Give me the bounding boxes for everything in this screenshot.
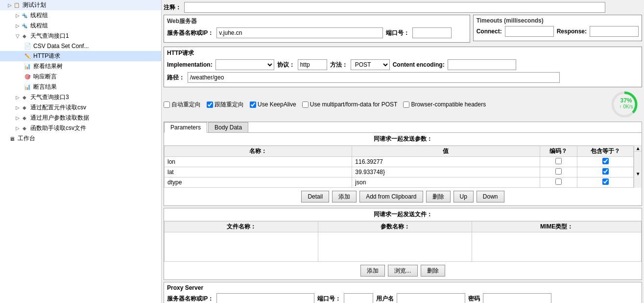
proxy-username-label: 用户名 [376,295,394,303]
scroll-up[interactable]: ▲ [634,146,642,152]
sidebar-item-http-request[interactable]: ✏️ HTTP请求 [0,51,161,61]
sidebar-item-label: 通过配置元件读取csv [30,103,86,112]
follow-redirect-label[interactable]: 跟随重定向 [207,101,244,109]
multipart-checkbox[interactable] [302,101,309,108]
param-encode-cell[interactable] [540,157,577,167]
param-encode-cell[interactable] [540,177,577,188]
port-input[interactable] [412,27,452,38]
file-section: 同请求一起发送文件： 文件名称： 参数名称： MIME类型： [164,208,642,280]
response-input[interactable] [590,26,639,37]
params-body: 同请求一起发送参数： 名称： 值 编码？ 包含等于？ [164,133,642,205]
encoding-input[interactable] [448,59,516,70]
browser-headers-checkbox[interactable] [403,101,409,108]
file-browse-button[interactable]: 浏览... [388,265,417,277]
keepalive-checkbox[interactable] [250,101,256,108]
sidebar-item-label: 线程组 [30,11,48,20]
browser-headers-label[interactable]: Browser-compatible headers [403,101,486,108]
sidebar-item-thread-group-2[interactable]: ▷ 🔩 线程组 [0,21,161,31]
timeouts-section: Timeouts (milliseconds) Connect: Respons… [473,15,642,41]
table-row[interactable]: lat 39.933748} [165,167,634,177]
include-checkbox[interactable] [602,178,609,185]
method-label: 方法： [330,61,348,69]
params-scrollbar[interactable]: ▲ ▼ [634,146,642,188]
encode-checkbox[interactable] [555,168,562,175]
file-param-cell [318,232,472,262]
params-section: Parameters Body Data 同请求一起发送参数： 名称： 值 编码… [164,122,642,206]
protocol-label: 协议： [277,61,295,69]
method-select[interactable]: POST GET [351,59,390,70]
keepalive-label[interactable]: Use KeepAlive [250,101,296,108]
http-icon: ✏️ [24,52,31,60]
tab-body-data[interactable]: Body Data [208,122,248,132]
follow-redirect-text: 跟随重定向 [215,101,244,109]
tab-parameters[interactable]: Parameters [164,122,207,133]
sidebar-item-weather-api-1[interactable]: ▽ ◆ 天气查询接口1 [0,31,161,41]
server-label: 服务器名称或IP： [167,29,214,37]
params-title: 同请求一起发送参数： [164,133,642,146]
include-checkbox[interactable] [602,168,609,175]
scroll-down[interactable]: ▼ [634,171,642,177]
up-button[interactable]: Up [453,191,474,202]
auto-redirect-label[interactable]: 自动重定向 [164,101,201,109]
http-title: HTTP请求 [167,49,639,57]
protocol-input[interactable] [298,59,327,70]
add-button[interactable]: 添加 [332,191,357,202]
param-include-cell[interactable] [577,167,634,177]
thread-icon-2: 🔩 [21,22,28,30]
sidebar-item-label: 函数助手读取csv文件 [30,124,86,132]
sidebar-item-read-csv-user[interactable]: ▷ ◆ 通过用户参数读取数据 [0,113,161,123]
thread-icon: 🔩 [21,12,28,20]
sidebar-item-read-csv-config[interactable]: ▷ ◆ 通过配置元件读取csv [0,102,161,113]
param-value-cell: 39.933748} [352,167,540,177]
param-include-cell[interactable] [577,177,634,188]
proxy-server-input[interactable] [216,293,314,303]
file-delete-button[interactable]: 删除 [421,265,445,277]
table-row[interactable]: lon 116.39277 [165,157,634,167]
test-plan-icon: 📋 [13,1,21,9]
connect-input[interactable] [505,26,554,37]
sidebar-item-read-csv-func[interactable]: ▷ ◆ 函数助手读取csv文件 [0,123,161,133]
param-include-cell[interactable] [577,157,634,167]
server-input[interactable] [216,27,383,38]
sidebar-item-workbench[interactable]: 🖥 工作台 [0,133,161,144]
tree-arrow: ▷ [16,95,20,100]
file-add-button[interactable]: 添加 [360,265,385,277]
file-empty-row [165,232,642,262]
path-input[interactable] [188,72,560,83]
sidebar-item-result-tree[interactable]: 📊 察看结果树 [0,61,161,72]
tree-arrow: ▷ [16,105,20,110]
delete-button[interactable]: 删除 [426,191,451,202]
include-checkbox[interactable] [602,158,609,164]
follow-redirect-checkbox[interactable] [207,101,213,108]
note-input[interactable] [184,2,605,13]
sidebar-item-response-assert[interactable]: 🎯 响应断言 [0,72,161,82]
auto-redirect-checkbox[interactable] [164,101,170,108]
down-button[interactable]: Down [477,191,504,202]
param-encode-cell[interactable] [540,167,577,177]
read-csv-func-icon: ◆ [21,125,28,132]
sidebar-item-label: 线程组 [30,22,48,30]
col-header-include: 包含等于？ [577,146,634,157]
encoding-label: Content encoding: [393,61,445,68]
detail-button[interactable]: Detail [301,191,329,202]
proxy-password-input[interactable] [483,293,551,303]
sidebar-item-csv-dataset[interactable]: 📄 CSV Data Set Conf... [0,41,161,51]
sidebar-item-thread-group-1[interactable]: ▷ 🔩 线程组 [0,10,161,21]
sidebar-item-weather-api-3[interactable]: ▷ ◆ 天气查询接口3 [0,92,161,102]
proxy-password-label: 密码 [468,295,480,303]
read-csv-user-icon: ◆ [21,114,28,122]
sidebar-item-test-plan[interactable]: ▷ 📋 测试计划 [0,0,161,10]
proxy-username-input[interactable] [397,293,465,303]
sidebar-item-assert-result[interactable]: 📊 断言结果 [0,82,161,92]
table-row[interactable]: dtype json [165,177,634,188]
add-clipboard-button[interactable]: Add from Clipboard [359,191,423,202]
impl-select[interactable] [215,59,274,70]
encode-checkbox[interactable] [555,158,562,164]
tree-arrow: ▷ [16,23,20,28]
sidebar: ▷ 📋 测试计划 ▷ 🔩 线程组 ▷ 🔩 线程组 ▽ ◆ 天气查询接口1 📄 C… [0,0,162,303]
multipart-text: Use multipart/form-data for POST [310,101,398,108]
server-row: 服务器名称或IP： 端口号： [167,27,467,38]
proxy-port-input[interactable] [344,293,373,303]
encode-checkbox[interactable] [555,178,562,185]
multipart-label[interactable]: Use multipart/form-data for POST [302,101,398,108]
